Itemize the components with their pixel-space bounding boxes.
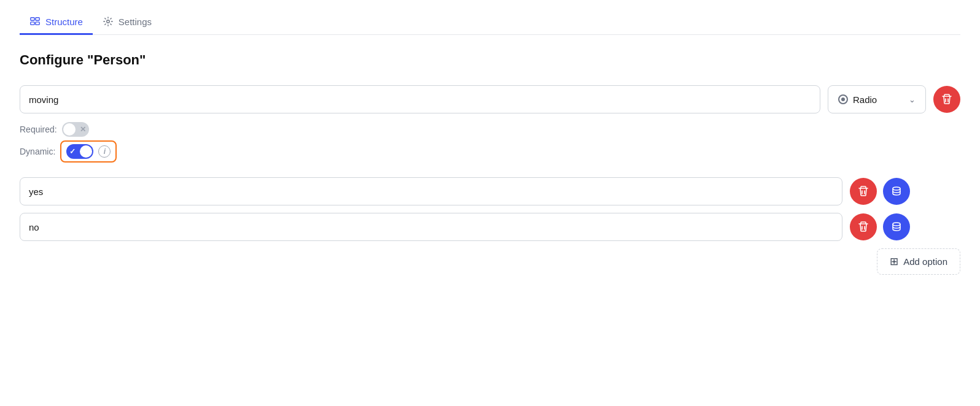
toggles-section: Required: ✕ Dynamic: ✓ i: [20, 122, 960, 163]
svg-rect-0: [31, 18, 34, 21]
add-option-button[interactable]: ⊞ Add option: [877, 248, 960, 275]
svg-point-6: [893, 223, 900, 226]
svg-rect-2: [36, 18, 39, 21]
svg-rect-3: [36, 22, 39, 25]
tab-settings-label: Settings: [119, 17, 152, 27]
tab-structure[interactable]: Structure: [20, 10, 93, 35]
dynamic-info-icon[interactable]: i: [98, 145, 111, 158]
chevron-down-icon: ⌄: [909, 95, 916, 104]
tab-structure-label: Structure: [45, 17, 83, 27]
dynamic-toggle[interactable]: ✓: [66, 144, 93, 159]
option-2-delete-button[interactable]: [850, 213, 877, 240]
dynamic-toggle-row: Dynamic: ✓ i: [20, 140, 960, 163]
option-2-configure-button[interactable]: [883, 213, 910, 240]
option-1-delete-button[interactable]: [850, 178, 877, 205]
svg-point-4: [107, 20, 110, 23]
svg-rect-1: [31, 22, 34, 25]
option-row-2: [20, 213, 960, 241]
required-toggle-knob: [63, 123, 76, 136]
trash-icon: [941, 93, 953, 105]
type-label: Radio: [853, 94, 904, 105]
required-toggle-row: Required: ✕: [20, 122, 960, 137]
add-option-plus-icon: ⊞: [890, 255, 898, 268]
field-delete-button[interactable]: [933, 86, 960, 113]
field-name-input[interactable]: [20, 85, 820, 113]
required-toggle[interactable]: ✕: [62, 122, 89, 137]
structure-icon: [29, 16, 41, 27]
database-icon: [890, 185, 903, 197]
page-title: Configure "Person": [20, 52, 960, 68]
svg-point-5: [893, 187, 900, 190]
field-row: Radio ⌄: [20, 85, 960, 113]
option-1-buttons: [850, 178, 910, 205]
options-section: ⊞ Add option: [20, 177, 960, 275]
type-select-dropdown[interactable]: Radio ⌄: [828, 85, 926, 113]
dynamic-highlight-box: ✓ i: [60, 140, 117, 163]
add-option-label: Add option: [903, 256, 947, 267]
required-label: Required:: [20, 124, 57, 134]
option-2-buttons: [850, 213, 910, 240]
page-container: Structure Settings Configure "Person" Ra…: [0, 0, 980, 406]
option-2-input[interactable]: [20, 213, 842, 241]
trash-icon: [857, 185, 869, 197]
dynamic-toggle-knob: [80, 145, 92, 158]
option-1-configure-button[interactable]: [883, 178, 910, 205]
option-1-input[interactable]: [20, 177, 842, 205]
option-row-1: [20, 177, 960, 205]
required-toggle-x-icon: ✕: [80, 125, 86, 134]
settings-icon: [103, 16, 114, 27]
radio-type-icon: [838, 94, 848, 104]
tab-settings[interactable]: Settings: [93, 10, 161, 35]
dynamic-label: Dynamic:: [20, 147, 55, 156]
tabs-bar: Structure Settings: [20, 0, 960, 35]
database-icon: [890, 221, 903, 233]
dynamic-toggle-check-icon: ✓: [69, 147, 76, 156]
trash-icon: [857, 221, 869, 233]
add-option-wrapper: ⊞ Add option: [20, 248, 960, 275]
